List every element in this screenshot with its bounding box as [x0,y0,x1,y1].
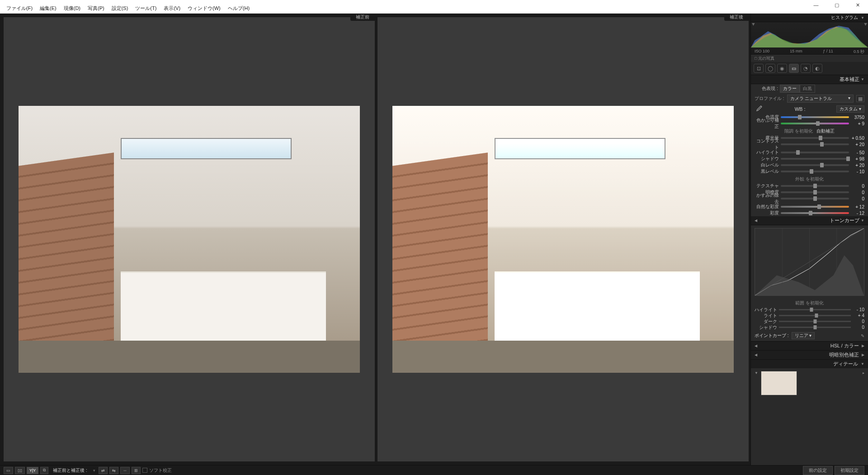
view-loupe-button[interactable]: ▭ [4,467,13,474]
softproof-checkbox[interactable]: ソフト校正 [142,467,172,474]
compare-prev-icon[interactable]: ▾ [92,468,97,473]
tone2-track-3[interactable] [781,171,849,172]
after-pane[interactable]: 補正後 [375,17,749,461]
wb-value-0[interactable]: 3750 [849,115,864,120]
view-before-after-lr-button[interactable]: ▯▯ [15,467,25,474]
reset-settings-button[interactable]: 初期設定 [835,466,864,475]
wb-eyedropper-icon[interactable] [755,105,764,113]
tone2-slider-1[interactable]: シャドウ+ 98 [751,156,868,162]
crop-tool-radial[interactable]: ◔ [801,64,811,73]
presence-value-2[interactable]: 0 [849,196,864,201]
pointcurve-edit-icon[interactable]: ✎ [861,333,864,338]
tonecurve-range-0[interactable]: ハイライト- 10 [751,307,868,313]
presence-track-1[interactable] [781,191,849,193]
color-value-0[interactable]: + 12 [849,204,864,209]
menu-file[interactable]: ファイル(F) [3,4,36,13]
view-before-after-yy-button[interactable]: Y|Y [27,467,38,474]
swap-button-3[interactable]: ↔ [120,467,130,474]
tonecurve-range-2[interactable]: ダーク0 [751,318,868,324]
presence-track-2[interactable] [781,198,849,200]
tone-reset-link[interactable]: 階調 を初期化 [784,128,813,134]
tone2-value-3[interactable]: - 10 [849,169,864,174]
split-toning-panel-header[interactable]: ◀ 明暗別色補正▶ [751,350,868,359]
swap-button-1[interactable]: ⇄ [99,467,108,474]
crop-tool-redeye[interactable]: ◉ [777,64,787,73]
tone2-track-2[interactable] [781,164,849,166]
profile-browser-button[interactable]: ▦ [856,95,864,102]
tone2-value-1[interactable]: + 98 [849,157,864,162]
color-track-0[interactable] [781,206,849,208]
auto-tone-button[interactable]: 自動補正 [816,128,835,134]
swap-button-2[interactable]: ⇆ [109,467,118,474]
window-minimize-button[interactable]: — [806,0,826,10]
tone2-slider-2[interactable]: 白レベル+ 20 [751,162,868,168]
view-before-after-split-button[interactable]: ⧉ [40,467,48,474]
color-slider-0[interactable]: 自然な彩度+ 12 [751,204,868,210]
tone-slider-1[interactable]: コントラスト+ 20 [751,141,868,147]
presence-track-0[interactable] [781,185,849,187]
tonecurve-range-1[interactable]: ライト+ 4 [751,313,868,318]
presence-slider-2[interactable]: かすみの除去0 [751,195,868,202]
histogram-header[interactable]: ヒストグラム▼ [751,14,868,22]
tone2-track-1[interactable] [781,158,849,160]
crop-tool-gradient[interactable]: ▭ [789,64,799,73]
pointcurve-label: ポイントカーブ : [755,332,789,339]
color-track-1[interactable] [781,212,849,214]
hsl-panel-header[interactable]: ◀ HSL / カラー▶ [751,341,868,350]
wb-track-1[interactable] [781,123,849,124]
window-close-button[interactable]: ✕ [847,0,868,10]
tonecurve-range-reset-link[interactable]: 範囲 を初期化 [795,300,824,306]
presence-value-0[interactable]: 0 [849,184,864,189]
crop-tool-frame[interactable]: ⊡ [754,64,764,73]
menu-window[interactable]: ウィンドウ(W) [184,4,224,13]
histogram-aperture: ƒ / 11 [823,49,833,55]
wb-value-1[interactable]: + 9 [849,121,864,126]
wb-dropdown[interactable]: カスタム ▾ [836,105,864,113]
detail-collapse-icon[interactable]: ▼ [755,371,758,375]
menu-edit[interactable]: 編集(E) [36,4,60,13]
tone2-slider-3[interactable]: 黒レベル- 10 [751,168,868,175]
detail-preview-swatch[interactable] [761,371,797,395]
tone-track-1[interactable] [781,143,849,145]
previous-settings-button[interactable]: 前の設定 [803,466,833,475]
detail-nav-icon[interactable]: ▸ [863,371,864,375]
pointcurve-dropdown[interactable]: リニア ▾ [792,332,815,339]
tone-track-0[interactable] [781,137,849,139]
tone-value-1[interactable]: + 20 [849,142,864,147]
histogram[interactable]: ISO 100 15 mm ƒ / 11 0.5 秒 [751,22,868,55]
menu-view[interactable]: 表示(V) [160,4,184,13]
menu-settings[interactable]: 設定(S) [108,4,132,13]
presence-slider-0[interactable]: テクスチャ0 [751,183,868,189]
detail-panel-header[interactable]: ディテール▼ [751,359,868,368]
wb-track-0[interactable] [781,116,849,118]
tone-value-0[interactable]: + 0.50 [849,136,864,141]
presence-reset-link[interactable]: 外観 を初期化 [795,176,824,182]
basic-panel-header[interactable]: 基本補正 ▼ [751,75,868,84]
treatment-color-button[interactable]: カラー [780,85,800,93]
tone-curve-graph[interactable] [755,228,864,296]
menu-develop[interactable]: 現像(D) [60,4,84,13]
histogram-source[interactable]: □ 元の写真 [751,55,868,62]
before-pane[interactable]: 補正前 [4,17,375,461]
menu-tools[interactable]: ツール(T) [132,4,160,13]
color-value-1[interactable]: - 12 [849,211,864,216]
window-maximize-button[interactable]: ▢ [826,0,847,10]
color-slider-1[interactable]: 彩度- 12 [751,210,868,216]
before-photo [19,106,360,372]
tone2-value-2[interactable]: + 20 [849,163,864,168]
tone2-value-0[interactable]: - 50 [849,150,864,155]
tonecurve-range-3[interactable]: シャドウ0 [751,324,868,330]
tone2-track-0[interactable] [781,152,849,153]
treatment-bw-button[interactable]: 白黒 [800,85,815,93]
menu-help[interactable]: ヘルプ(H) [224,4,253,13]
presence-value-1[interactable]: 0 [849,190,864,195]
swap-button-4[interactable]: ⊞ [132,467,141,474]
tonecurve-panel-header[interactable]: ◀ トーンカーブ ▼ [751,216,868,225]
menu-photo[interactable]: 写真(P) [84,4,108,13]
profile-dropdown[interactable]: カメラ ニュートラル▾ [787,95,854,103]
tone2-slider-0[interactable]: ハイライト- 50 [751,149,868,156]
crop-tool-brush[interactable]: ◐ [812,64,822,73]
profile-label: プロファイル : [755,95,784,102]
crop-tool-spot[interactable]: ◯ [765,64,775,73]
wb-slider-1[interactable]: 色かぶり補正+ 9 [751,120,868,127]
